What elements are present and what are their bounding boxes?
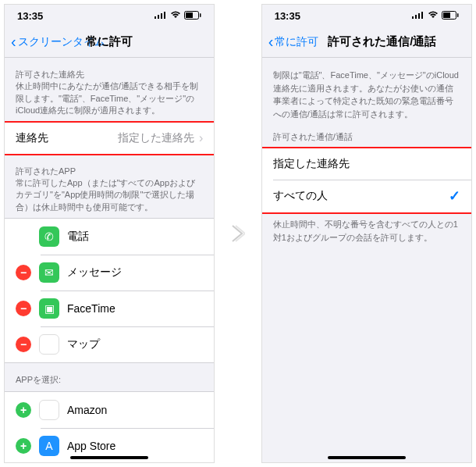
chevron-left-icon: ‹ [11,33,16,51]
home-indicator[interactable] [328,456,406,459]
svg-rect-13 [457,13,459,17]
status-indicators [155,11,201,21]
section-desc-bottom: 休止時間中、不明な番号を含むすべての人との1対1およびグループの会話を許可します… [262,213,471,251]
nav-bar: ‹ 常に許可 許可された通信/通話 [262,27,471,58]
checkmark-icon: ✓ [449,187,460,205]
app-icon: ✆ [39,226,59,247]
section-desc-top: 制限は"電話"、FaceTime、"メッセージ"のiCloud連絡先に適用されま… [262,58,471,128]
home-indicator[interactable] [70,456,148,459]
app-icon: ✉ [39,262,59,283]
add-icon[interactable]: + [16,402,31,418]
signal-icon [155,11,167,20]
app-name: Amazon [67,404,203,416]
option-row[interactable]: 指定した連絡先 [262,148,471,180]
svg-rect-8 [415,15,417,19]
app-row[interactable]: −🗺マップ [5,326,214,362]
svg-rect-10 [421,12,423,19]
app-icon: A [39,436,59,456]
remove-icon[interactable]: − [16,337,31,352]
remove-icon[interactable]: − [16,265,31,280]
content-scroll[interactable]: 制限は"電話"、FaceTime、"メッセージ"のiCloud連絡先に適用されま… [262,58,471,462]
choose-apps-group: +aAmazon+AApp Store+★iTunes Store+◉Podca… [5,391,214,462]
app-name: メッセージ [67,266,203,280]
remove-icon[interactable]: − [16,301,31,316]
app-icon: 🗺 [39,334,59,355]
app-icon: a [39,400,59,420]
contacts-row[interactable]: 連絡先 指定した連絡先 › [5,123,214,154]
signal-icon [412,11,424,20]
svg-rect-3 [164,12,165,19]
cell-group-contacts: 連絡先 指定した連絡先 › [5,122,214,155]
svg-rect-2 [161,13,162,19]
svg-rect-9 [418,13,420,19]
nav-title: 常に許可 [86,34,133,49]
svg-rect-5 [186,12,193,18]
app-name: FaceTime [67,302,203,315]
back-label: 常に許可 [275,35,318,49]
contacts-label: 連絡先 [16,131,118,145]
wifi-icon [170,11,181,20]
back-button[interactable]: ‹ 常に許可 [268,33,319,51]
app-icon: ▣ [39,298,59,319]
add-icon[interactable]: + [16,438,31,454]
app-row[interactable]: −▣FaceTime [5,291,214,326]
status-bar: 13:35 [5,5,214,27]
app-row[interactable]: +aAmazon [5,392,214,428]
option-row[interactable]: すべての人✓ [262,180,471,212]
content-scroll[interactable]: 許可された連絡先 休止時間中にあなたが通信/通話できる相手を制限します。"電話"… [5,58,214,462]
options-header: 許可された通信/通話 [262,128,471,148]
nav-title: 許可された通信/通話 [328,34,436,49]
contacts-value: 指定した連絡先 [118,131,194,145]
option-label: すべての人 [273,189,449,203]
phone-right-screen: 13:35 ‹ 常に許可 許可された通信/通話 制限は"電話"、FaceTime… [261,4,472,463]
nav-bar: ‹ スクリーンタイム 常に許可 [5,27,214,58]
app-row[interactable]: −✉メッセージ [5,255,214,291]
app-name: App Store [67,440,203,452]
app-name: マップ [67,337,203,351]
app-row[interactable]: ✆電話 [5,219,214,255]
svg-rect-12 [443,12,450,18]
arrow-transition-icon [230,4,245,463]
svg-rect-6 [200,13,201,17]
battery-icon [442,11,459,21]
chevron-right-icon: › [199,131,203,145]
status-bar: 13:35 [262,5,471,27]
section-header-apps: 許可されたAPP 常に許可したApp（または"すべてのAppおよびカテゴリ"を"… [5,155,214,219]
phone-left-screen: 13:35 ‹ スクリーンタイム 常に許可 許可された連絡先 休止時間中にあなた… [4,4,215,463]
svg-rect-1 [158,15,159,19]
section-header-contacts: 許可された連絡先 休止時間中にあなたが通信/通話できる相手を制限します。"電話"… [5,58,214,122]
svg-rect-7 [412,16,414,19]
status-indicators [412,11,459,21]
section-header-choose: APPを選択: [5,363,214,390]
chevron-left-icon: ‹ [268,33,274,51]
option-label: 指定した連絡先 [273,157,460,171]
battery-icon [184,11,201,21]
svg-rect-0 [155,16,156,19]
app-name: 電話 [67,230,203,244]
wifi-icon [428,11,439,20]
allowed-apps-group: ✆電話−✉メッセージ−▣FaceTime−🗺マップ [5,218,214,363]
status-time: 13:35 [275,10,300,22]
status-time: 13:35 [17,10,43,22]
options-group: 指定した連絡先すべての人✓ [262,148,471,213]
